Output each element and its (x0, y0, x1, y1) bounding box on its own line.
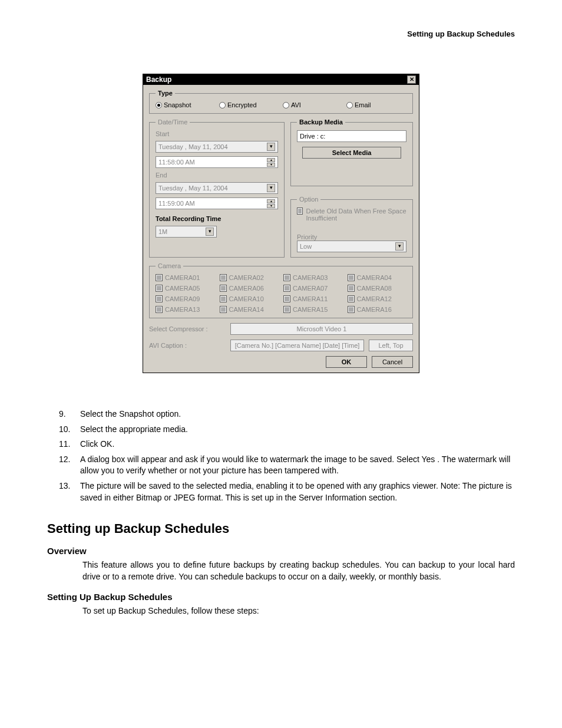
camera-checkbox[interactable]: CAMERA15 (283, 306, 343, 313)
camera-label: CAMERA04 (357, 274, 392, 281)
step-item: 10.Select the appropriate media. (59, 424, 515, 436)
checkbox-icon[interactable] (297, 207, 303, 215)
radio-icon (346, 102, 353, 108)
camera-label: CAMERA09 (165, 295, 200, 302)
camera-label: CAMERA15 (293, 306, 328, 313)
close-icon[interactable]: ✕ (407, 75, 416, 84)
caption-field[interactable]: [Camera No.] [Camera Name] [Date] [Time] (230, 340, 364, 351)
camera-label: CAMERA05 (165, 285, 200, 292)
camera-checkbox[interactable]: CAMERA04 (348, 274, 407, 281)
camera-checkbox[interactable]: CAMERA13 (156, 306, 215, 313)
camera-checkbox[interactable]: CAMERA05 (156, 285, 215, 292)
checkbox-icon (348, 274, 355, 281)
end-date-field[interactable]: Tuesday , May 11, 2004 ▾ (156, 182, 278, 194)
chevron-down-icon[interactable]: ▾ (206, 228, 214, 236)
end-time-value: 11:59:00 AM (158, 199, 195, 207)
priority-field[interactable]: Low ▾ (297, 241, 406, 252)
chevron-down-icon[interactable]: ▾ (267, 143, 275, 151)
checkbox-icon (283, 306, 290, 313)
step-item: 9.Select the Snapshot option. (59, 409, 515, 420)
total-recording-value: 1M (158, 228, 167, 236)
start-time-value: 11:58:00 AM (158, 158, 195, 166)
datetime-group: Date/Time Start Tuesday , May 11, 2004 ▾… (149, 118, 285, 258)
radio-label: Encrypted (227, 101, 257, 108)
option-group: Option Delete Old Data When Free Space I… (290, 196, 413, 258)
chevron-down-icon[interactable]: ▾ (267, 184, 275, 192)
camera-legend: Camera (156, 262, 183, 269)
checkbox-icon (220, 295, 227, 302)
camera-checkbox[interactable]: CAMERA08 (348, 285, 407, 292)
camera-label: CAMERA01 (165, 274, 200, 281)
delete-old-label: Delete Old Data When Free Space Insuffic… (306, 207, 406, 222)
checkbox-icon (348, 306, 355, 313)
radio-label: AVI (291, 101, 301, 108)
step-item: 12.A dialog box will appear and ask if y… (59, 454, 515, 477)
checkbox-icon (156, 285, 163, 292)
checkbox-icon (348, 285, 355, 292)
camera-label: CAMERA06 (229, 285, 264, 292)
radio-label: Email (355, 101, 371, 108)
section-title: Setting up Backup Schedules (47, 521, 515, 536)
backup-dialog: Backup ✕ Type Snapshot Encrypted AVI Ema… (143, 74, 419, 373)
type-email[interactable]: Email (346, 101, 406, 108)
option-legend: Option (297, 196, 320, 203)
drive-field[interactable]: Drive : c: (297, 130, 406, 142)
radio-icon (283, 102, 289, 108)
camera-checkbox[interactable]: CAMERA12 (348, 295, 407, 302)
radio-icon (219, 102, 226, 108)
spinner-icon[interactable]: ▴▾ (267, 158, 275, 167)
total-recording-field[interactable]: 1M ▾ (156, 226, 217, 238)
start-date-field[interactable]: Tuesday , May 11, 2004 ▾ (156, 141, 278, 153)
camera-checkbox[interactable]: CAMERA03 (283, 274, 343, 281)
end-label: End (156, 172, 278, 179)
cancel-button[interactable]: Cancel (372, 356, 413, 368)
start-time-field[interactable]: 11:58:00 AM ▴▾ (156, 156, 278, 168)
camera-label: CAMERA02 (229, 274, 264, 281)
checkbox-icon (283, 274, 290, 281)
checkbox-icon (220, 306, 227, 313)
radio-label: Snapshot (164, 101, 191, 108)
checkbox-icon (220, 285, 227, 292)
select-media-button[interactable]: Select Media (302, 147, 401, 159)
camera-checkbox[interactable]: CAMERA16 (348, 306, 407, 313)
total-recording-label: Total Recording Time (156, 215, 278, 222)
type-group: Type Snapshot Encrypted AVI Email (149, 90, 413, 114)
type-avi[interactable]: AVI (283, 101, 343, 108)
chevron-down-icon[interactable]: ▾ (395, 242, 404, 251)
camera-checkbox[interactable]: CAMERA07 (283, 285, 343, 292)
camera-label: CAMERA16 (357, 306, 392, 313)
end-date-value: Tuesday , May 11, 2004 (158, 184, 228, 192)
camera-label: CAMERA12 (357, 295, 392, 302)
caption-pos-field[interactable]: Left, Top (369, 340, 413, 351)
dialog-title: Backup (146, 75, 171, 84)
camera-checkbox[interactable]: CAMERA10 (220, 295, 279, 302)
drive-value: Drive : c: (300, 132, 325, 140)
media-legend: Backup Media (297, 118, 345, 126)
end-time-field[interactable]: 11:59:00 AM ▴▾ (156, 197, 278, 209)
datetime-legend: Date/Time (156, 118, 190, 126)
camera-checkbox[interactable]: CAMERA02 (220, 274, 279, 281)
media-group: Backup Media Drive : c: Select Media (290, 118, 413, 186)
type-snapshot[interactable]: Snapshot (156, 101, 216, 108)
camera-checkbox[interactable]: CAMERA11 (283, 295, 343, 302)
camera-label: CAMERA14 (229, 306, 264, 313)
compressor-field[interactable]: Microsoft Video 1 (230, 323, 413, 335)
camera-checkbox[interactable]: CAMERA09 (156, 295, 215, 302)
spinner-icon[interactable]: ▴▾ (267, 199, 275, 208)
step-item: 11.Click OK. (59, 439, 515, 450)
camera-label: CAMERA13 (165, 306, 200, 313)
camera-checkbox[interactable]: CAMERA06 (220, 285, 279, 292)
camera-checkbox[interactable]: CAMERA01 (156, 274, 215, 281)
camera-label: CAMERA08 (357, 285, 392, 292)
priority-label: Priority (297, 233, 406, 241)
camera-checkbox[interactable]: CAMERA14 (220, 306, 279, 313)
start-label: Start (156, 130, 278, 137)
checkbox-icon (156, 306, 163, 313)
caption-label: AVI Caption : (149, 342, 226, 349)
overview-heading: Overview (47, 546, 515, 556)
step-item: 13.The picture will be saved to the sele… (59, 480, 515, 503)
ok-button[interactable]: OK (326, 356, 367, 368)
overview-text: This feature allows you to define future… (82, 559, 515, 582)
compressor-label: Select Compressor : (149, 325, 226, 332)
type-encrypted[interactable]: Encrypted (219, 101, 279, 108)
